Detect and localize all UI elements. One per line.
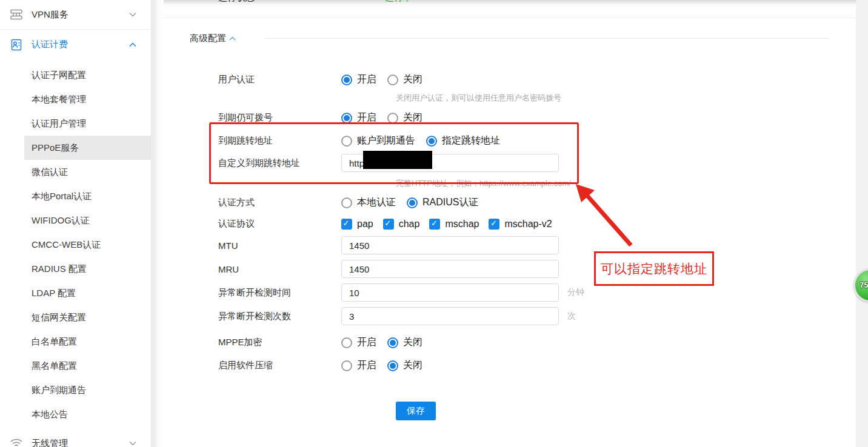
field-label: 到期跳转地址 (218, 135, 341, 147)
radio-unchecked-icon[interactable] (341, 360, 352, 371)
subitem-label: RADIUS 配置 (32, 263, 87, 275)
sidebar-item-whitelist[interactable]: 白名单配置 (0, 329, 151, 354)
field-label: 启用软件压缩 (218, 360, 341, 371)
radio-mppe-on[interactable]: 开启 (341, 336, 376, 349)
mtu-input[interactable] (341, 236, 559, 254)
radio-label: 指定跳转地址 (442, 134, 500, 147)
sidebar-item-auth-subnet[interactable]: 认证子网配置 (0, 63, 151, 87)
subitem-label: WIFIDOG认证 (32, 215, 90, 227)
run-status-value: 运行中 (385, 0, 412, 4)
subitem-label: 本地Portal认证 (32, 191, 92, 202)
radio-checked-icon[interactable] (341, 113, 352, 124)
radio-checked-icon[interactable] (387, 337, 398, 348)
form-row-expire-redirect: 到期跳转地址 账户到期通告 指定跳转地址 (218, 134, 856, 147)
mru-input[interactable] (341, 260, 559, 278)
radio-unchecked-icon[interactable] (341, 136, 352, 147)
checkbox-checked-icon[interactable] (489, 219, 499, 230)
form-row-compress: 启用软件压缩 开启 关闭 (218, 359, 856, 372)
form-row-auth-mode: 认证方式 本地认证 RADIUS认证 (218, 196, 856, 209)
form-row-expired-dial: 到期仍可拨号 开启 关闭 (218, 111, 856, 124)
sidebar-item-label: 认证计费 (32, 39, 68, 50)
advanced-config-form: 用户认证 开启 关闭 关闭用户认证，则可以使用任意用户名密码拨号 到期仍可拨号 (218, 73, 856, 420)
sidebar-item-wechat-auth[interactable]: 微信认证 (0, 160, 151, 184)
sidebar-item-label: VPN服务 (32, 9, 68, 21)
sidebar-item-auth-users[interactable]: 认证用户管理 (0, 111, 151, 136)
vpn-hubs-icon (9, 7, 24, 22)
radio-unchecked-icon[interactable] (387, 74, 398, 85)
field-label: 异常断开检测时间 (218, 287, 341, 299)
form-row-user-auth: 用户认证 开启 关闭 (218, 73, 856, 86)
run-status-row-clipped: 运行状态 运行中 (164, 0, 856, 18)
form-row-mru: MRU (218, 260, 856, 278)
checkbox-label: pap (357, 219, 373, 230)
radio-compress-off[interactable]: 关闭 (387, 359, 422, 372)
sidebar-item-radius[interactable]: RADIUS 配置 (0, 257, 151, 281)
checkbox-label: mschap (445, 219, 479, 230)
checkbox-checked-icon[interactable] (341, 219, 352, 230)
sidebar-item-wireless[interactable]: 无线管理 (0, 431, 151, 447)
sidebar-item-pppoe[interactable]: PPPoE服务 (24, 136, 151, 160)
checkbox-label: chap (399, 219, 420, 230)
sidebar: VPN服务 认证计费 认证子网配置 本地套餐管理 认证用户管理 (0, 0, 152, 447)
sidebar-item-cmcc-web[interactable]: CMCC-WEB认证 (0, 233, 151, 257)
sidebar-item-ldap[interactable]: LDAP 配置 (0, 281, 151, 305)
sidebar-item-wifidog[interactable]: WIFIDOG认证 (0, 208, 151, 233)
sidebar-item-vpn[interactable]: VPN服务 (0, 0, 151, 30)
radio-checked-icon[interactable] (407, 197, 418, 208)
field-label: 到期仍可拨号 (218, 112, 341, 124)
radio-expired-dial-on[interactable]: 开启 (341, 111, 376, 124)
sidebar-item-auth-billing[interactable]: 认证计费 (0, 30, 151, 59)
sidebar-item-blacklist[interactable]: 黑名单配置 (0, 354, 151, 378)
sidebar-item-sms-gateway[interactable]: 短信网关配置 (0, 305, 151, 329)
id-badge-icon (9, 38, 24, 52)
advanced-config-section-header: 高级配置 (190, 33, 829, 44)
radio-user-auth-off[interactable]: 关闭 (387, 73, 422, 86)
radio-label: 关闭 (403, 359, 422, 372)
radio-radius-auth[interactable]: RADIUS认证 (407, 196, 478, 209)
pppoe-settings-page: VPN服务 认证计费 认证子网配置 本地套餐管理 认证用户管理 (0, 0, 868, 447)
radio-checked-icon[interactable] (426, 136, 437, 147)
checkbox-mschap[interactable]: mschap (429, 219, 479, 230)
sidebar-item-local-plan[interactable]: 本地套餐管理 (0, 87, 151, 111)
checkbox-mschap-v2[interactable]: mschap-v2 (489, 219, 552, 230)
field-label: 用户认证 (218, 74, 341, 85)
checkbox-pap[interactable]: pap (341, 219, 373, 230)
detect-time-input[interactable] (341, 283, 559, 302)
radio-unchecked-icon[interactable] (387, 113, 398, 124)
radio-expiry-notice-option[interactable]: 账户到期通告 (341, 134, 415, 147)
checkbox-chap[interactable]: chap (383, 219, 420, 230)
radio-checked-icon[interactable] (341, 74, 352, 85)
unit-label: 次 (567, 311, 576, 322)
page-scrollbar[interactable] (856, 0, 868, 447)
sidebar-item-local-announce[interactable]: 本地公告 (0, 402, 151, 426)
radio-label: 本地认证 (357, 196, 396, 209)
form-row-custom-redirect: 自定义到期跳转地址 (218, 154, 856, 172)
radio-label: 开启 (357, 359, 376, 372)
section-divider-line (265, 38, 829, 39)
sidebar-item-expiry-notice[interactable]: 账户到期通告 (0, 378, 151, 402)
radio-mppe-off[interactable]: 关闭 (387, 336, 422, 349)
radio-expired-dial-off[interactable]: 关闭 (387, 111, 422, 124)
run-status-label: 运行状态 (218, 0, 255, 4)
sidebar-item-local-portal[interactable]: 本地Portal认证 (0, 184, 151, 208)
radio-local-auth[interactable]: 本地认证 (341, 196, 396, 209)
subitem-label: PPPoE服务 (32, 142, 79, 154)
collapse-caret-icon[interactable] (229, 36, 236, 41)
sidebar-submenu: 认证子网配置 本地套餐管理 认证用户管理 PPPoE服务 微信认证 本地Port… (0, 59, 151, 426)
radio-unchecked-icon[interactable] (341, 337, 352, 348)
radio-checked-icon[interactable] (387, 360, 398, 371)
form-row-mppe: MPPE加密 开启 关闭 (218, 336, 856, 349)
radio-user-auth-on[interactable]: 开启 (341, 73, 376, 86)
radio-custom-redirect-option[interactable]: 指定跳转地址 (426, 134, 500, 147)
detect-count-input[interactable] (341, 307, 559, 325)
field-label: MRU (218, 264, 341, 274)
radio-unchecked-icon[interactable] (341, 197, 352, 208)
subitem-label: 黑名单配置 (32, 360, 77, 372)
sidebar-item-label: 无线管理 (32, 438, 68, 447)
chevron-up-icon (129, 42, 136, 47)
checkbox-checked-icon[interactable] (383, 219, 394, 230)
subitem-label: 账户到期通告 (32, 385, 86, 396)
radio-compress-on[interactable]: 开启 (341, 359, 376, 372)
save-button[interactable]: 保存 (396, 402, 436, 420)
checkbox-checked-icon[interactable] (429, 219, 440, 230)
